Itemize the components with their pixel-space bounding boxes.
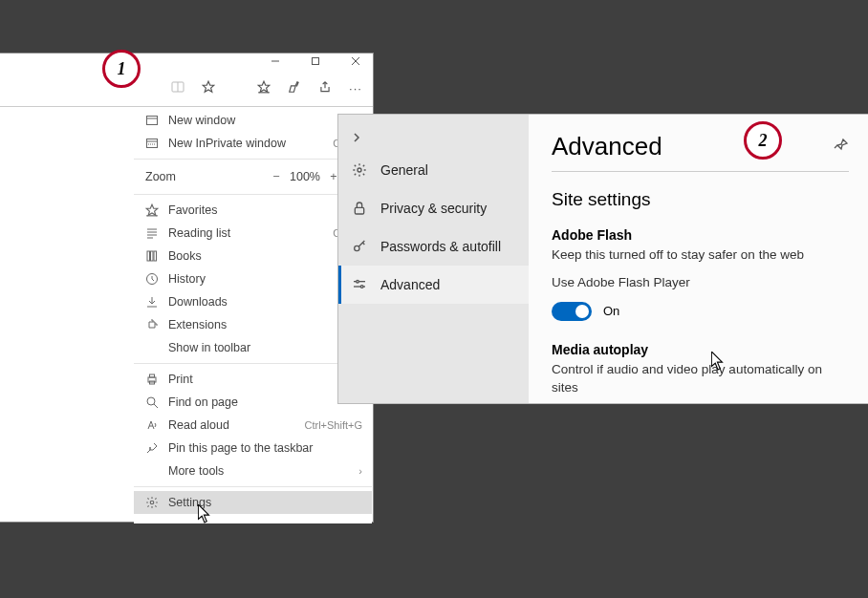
menu-label: Find on page [168,395,362,409]
svg-point-30 [358,168,361,172]
search-icon [145,395,159,409]
zoom-label: Zoom [145,170,267,183]
advanced-header: Advanced [552,132,849,172]
svg-rect-11 [147,139,158,148]
gear-icon [352,162,367,178]
nav-general[interactable]: General [338,151,529,189]
nav-back-button[interactable] [338,124,529,151]
menu-label: New window [168,114,362,127]
history-icon [145,272,159,286]
svg-rect-21 [151,251,154,261]
pin-icon[interactable] [834,138,849,156]
advanced-title: Advanced [552,132,662,161]
nav-advanced[interactable]: Advanced [338,266,529,304]
svg-rect-31 [355,207,363,214]
flash-toggle-row: On [552,302,849,321]
zoom-value: 100% [286,170,324,183]
menu-favorites[interactable]: Favorites [134,199,372,222]
flash-toggle-label: Use Adobe Flash Player [552,274,849,292]
menu-books[interactable]: Books [134,245,372,267]
svg-rect-20 [147,251,150,261]
menu-label: Show in toolbar [168,341,349,354]
menu-label: Settings [168,496,362,509]
menu-label: New InPrivate window [168,137,323,150]
flash-toggle-state: On [603,304,619,318]
flash-toggle[interactable] [552,302,592,321]
reading-list-icon [145,226,159,240]
read-aloud-icon [145,418,159,432]
svg-point-27 [147,397,155,405]
more-menu-panel: New window New InPrivate window Ctrl+S Z… [134,109,372,523]
menu-show-in-toolbar[interactable]: Show in toolbar › [134,336,372,359]
menu-label: Pin this page to the taskbar [168,441,362,455]
maximize-button[interactable] [304,55,327,69]
download-icon [145,295,159,309]
nav-label: Privacy & security [380,201,487,216]
nav-label: Advanced [380,277,440,292]
svg-marker-6 [203,81,214,92]
flash-heading: Adobe Flash [552,227,849,243]
svg-marker-7 [258,81,270,92]
menu-label: Extensions [168,318,362,331]
favorites-hub-icon[interactable] [256,80,271,96]
menu-label: More tools [168,464,349,478]
menu-shortcut: Ctrl+Shift+G [304,419,362,431]
settings-sidebar: General Privacy & security Passwords & a… [337,114,529,404]
nav-privacy[interactable]: Privacy & security [338,189,529,227]
menu-label: Read aloud [168,418,294,432]
media-autoplay-heading: Media autoplay [552,342,849,357]
media-autoplay-description: Control if audio and video play automati… [552,361,849,397]
menu-new-window[interactable]: New window [134,109,372,132]
svg-point-34 [357,280,359,283]
menu-separator [134,363,372,364]
lock-icon [352,201,367,216]
more-menu-icon[interactable]: ··· [348,81,363,96]
menu-label: Reading list [168,226,323,240]
advanced-panel: Advanced Site settings Adobe Flash Keep … [529,114,868,404]
favorite-star-icon[interactable] [201,80,216,96]
reading-view-icon[interactable] [170,80,185,96]
notes-icon[interactable] [287,80,302,96]
svg-rect-9 [147,117,158,125]
svg-rect-25 [150,374,155,377]
svg-point-29 [150,501,154,504]
svg-point-32 [355,246,359,250]
menu-read-aloud[interactable]: Read aloud Ctrl+Shift+G [134,414,372,437]
menu-find-on-page[interactable]: Find on page [134,391,372,414]
menu-label: Print [168,373,362,386]
menu-more-tools[interactable]: More tools › [134,459,372,482]
menu-extensions[interactable]: Extensions [134,313,372,336]
menu-settings[interactable]: Settings [134,491,372,514]
svg-line-28 [154,404,158,408]
print-icon [145,373,159,386]
extensions-icon [145,318,159,331]
close-button[interactable] [344,55,367,69]
site-settings-heading: Site settings [552,189,849,210]
edge-window: ··· New window New InPrivate window Ctrl… [0,53,374,523]
sliders-icon [352,277,367,292]
menu-print[interactable]: Print [134,368,372,391]
zoom-out-button[interactable]: − [267,170,286,183]
menu-separator [134,486,372,487]
menu-history[interactable]: History [134,267,372,290]
menu-reading-list[interactable]: Reading list Ctrl+S [134,222,372,245]
menu-label: Books [168,249,362,263]
menu-downloads[interactable]: Downloads [134,290,372,313]
step-badge-1: 1 [102,50,141,88]
pin-icon [145,441,159,455]
menu-new-inprivate[interactable]: New InPrivate window Ctrl+S [134,132,372,155]
share-icon[interactable] [317,80,333,96]
minimize-button[interactable] [264,55,287,69]
svg-rect-22 [154,251,157,261]
menu-zoom: Zoom − 100% + [134,163,372,190]
menu-label: Favorites [168,203,362,217]
nav-passwords[interactable]: Passwords & autofill [338,227,529,266]
inprivate-icon [145,137,159,150]
menu-label: History [168,272,362,286]
menu-separator [134,159,372,160]
svg-marker-14 [146,204,158,215]
menu-pin-taskbar[interactable]: Pin this page to the taskbar [134,437,372,459]
svg-point-36 [360,286,363,288]
step-badge-2: 2 [744,121,782,160]
nav-label: Passwords & autofill [380,239,501,254]
